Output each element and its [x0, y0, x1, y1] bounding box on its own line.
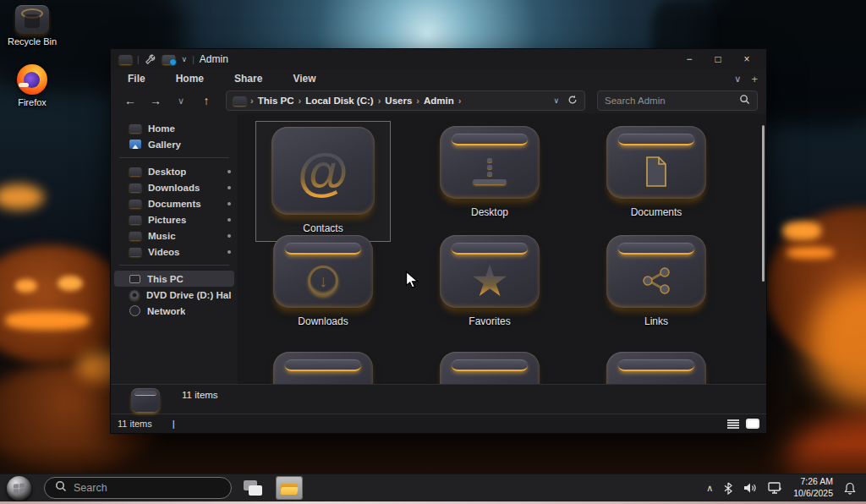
back-button[interactable]: ←	[119, 90, 141, 111]
explorer-search-box[interactable]	[597, 90, 758, 111]
details-view-button[interactable]	[727, 419, 739, 429]
item-count-text: 11 items	[182, 390, 218, 400]
sidebar-item-network[interactable]: Network	[111, 303, 238, 319]
recent-locations-chevron-icon[interactable]: ∨	[170, 90, 192, 111]
volume-icon[interactable]	[743, 482, 757, 494]
address-dropdown-chevron-icon[interactable]: ∨	[553, 96, 559, 105]
breadcrumb-admin[interactable]: Admin	[424, 96, 454, 106]
sidebar-item-videos[interactable]: Videos	[111, 244, 238, 260]
vertical-scrollbar[interactable]	[762, 125, 765, 282]
folder-icon	[440, 352, 540, 384]
file-item-downloads[interactable]: ↓ Downloads	[255, 235, 391, 327]
taskbar-clock[interactable]: 7:26 AM 10/6/2025	[793, 476, 833, 499]
separator: |	[137, 55, 140, 64]
bluetooth-icon[interactable]	[724, 482, 732, 495]
file-item-partial[interactable]	[255, 352, 391, 384]
download-circle-icon: ↓	[273, 257, 373, 304]
file-item-partial[interactable]	[422, 352, 557, 384]
sidebar-item-downloads[interactable]: Downloads	[111, 179, 238, 195]
menu-share[interactable]: Share	[234, 73, 262, 85]
notifications-bell-icon[interactable]	[844, 482, 856, 495]
up-button[interactable]: ↑	[195, 90, 217, 111]
desktop-folder-icon	[440, 126, 540, 199]
at-sign-icon: @	[298, 141, 348, 201]
window-title: Admin	[200, 53, 228, 65]
refresh-icon[interactable]	[567, 95, 578, 107]
separator: |	[192, 55, 195, 64]
breadcrumb-separator: ›	[250, 96, 254, 106]
sidebar-item-dvd-drive[interactable]: DVD Drive (D:) Hallow	[111, 287, 238, 303]
status-bar: 11 items |	[111, 414, 766, 433]
network-icon[interactable]	[768, 482, 782, 494]
new-tab-button[interactable]: +	[751, 73, 758, 85]
breadcrumb-users[interactable]: Users	[385, 96, 412, 106]
file-item-partial[interactable]	[589, 352, 724, 384]
desktop-icon-label: Firefox	[2, 97, 63, 107]
menu-file[interactable]: File	[128, 73, 145, 85]
search-icon	[55, 480, 67, 496]
sidebar-item-gallery[interactable]: Gallery	[111, 136, 238, 152]
pin-icon	[227, 250, 231, 254]
breadcrumb-this-pc[interactable]: This PC	[258, 96, 294, 106]
menu-home[interactable]: Home	[176, 73, 204, 85]
sidebar-item-pictures[interactable]: Pictures	[111, 211, 238, 227]
taskbar-search-box[interactable]	[44, 477, 232, 499]
maximize-button[interactable]: □	[704, 50, 732, 68]
file-item-documents[interactable]: Documents	[589, 126, 724, 218]
gallery-icon	[129, 140, 141, 149]
details-band: 11 items	[111, 384, 766, 414]
pumpkin-face-glow	[15, 279, 37, 293]
breadcrumb-separator: ›	[298, 96, 301, 106]
app-folder-icon	[119, 55, 132, 64]
pin-icon	[227, 170, 231, 173]
computer-icon	[129, 275, 140, 283]
folder-icon	[129, 124, 141, 133]
breadcrumb-local-disk[interactable]: Local Disk (C:)	[305, 96, 374, 106]
taskbar-search-input[interactable]	[74, 482, 221, 494]
mouse-cursor	[404, 271, 419, 289]
tab-list-chevron-icon[interactable]: ∨	[734, 74, 741, 85]
menu-view[interactable]: View	[293, 73, 315, 85]
large-icons-view-button[interactable]	[746, 419, 759, 429]
folder-icon	[129, 184, 141, 192]
explorer-search-input[interactable]	[605, 96, 739, 106]
downloads-folder-icon: ↓	[273, 235, 373, 308]
search-icon	[739, 94, 750, 107]
windows-logo-icon	[14, 483, 25, 493]
folder-icon	[273, 352, 373, 384]
sidebar-item-documents[interactable]: Documents	[111, 195, 238, 211]
toolbar-chevron-down-icon[interactable]: ∨	[182, 55, 188, 63]
pumpkin-face-glow	[5, 311, 90, 330]
file-list[interactable]: @ Contacts Desktop	[238, 113, 766, 384]
breadcrumb-separator: ›	[458, 96, 462, 106]
start-button[interactable]	[7, 476, 31, 501]
new-folder-icon[interactable]	[162, 55, 175, 64]
clock-date: 10/6/2025	[793, 488, 833, 500]
title-bar[interactable]: | ∨ | Admin − □ ×	[111, 49, 766, 69]
tab-controls: ∨ +	[734, 69, 758, 88]
clock-time: 7:26 AM	[793, 476, 833, 488]
file-item-desktop[interactable]: Desktop	[422, 126, 557, 218]
properties-wrench-icon[interactable]	[145, 54, 156, 65]
file-item-contacts[interactable]: @ Contacts	[255, 121, 391, 242]
folder-icon	[129, 216, 141, 224]
sidebar-item-home[interactable]: Home	[111, 120, 238, 136]
file-item-favorites[interactable]: ★ Favorites	[422, 235, 557, 327]
desktop-icon-firefox[interactable]: Firefox	[2, 64, 63, 107]
folder-icon	[281, 482, 298, 495]
address-bar[interactable]: › This PC › Local Disk (C:) › Users › Ad…	[226, 90, 585, 111]
share-icon	[606, 257, 706, 304]
desktop-icon-recycle-bin[interactable]: Recycle Bin	[2, 5, 63, 47]
star-icon: ★	[472, 261, 507, 300]
sidebar-item-this-pc[interactable]: This PC	[114, 271, 234, 287]
sidebar-item-desktop[interactable]: Desktop	[111, 163, 238, 179]
file-explorer-taskbar-button[interactable]	[276, 476, 303, 500]
disc-icon	[129, 290, 140, 300]
task-view-button[interactable]	[238, 475, 267, 501]
minimize-button[interactable]: −	[675, 50, 704, 68]
close-button[interactable]: ×	[732, 50, 761, 68]
file-item-links[interactable]: Links	[589, 235, 724, 327]
sidebar-item-music[interactable]: Music	[111, 227, 238, 244]
forward-button[interactable]: →	[145, 90, 167, 111]
hidden-icons-chevron-icon[interactable]: ∧	[706, 483, 713, 494]
